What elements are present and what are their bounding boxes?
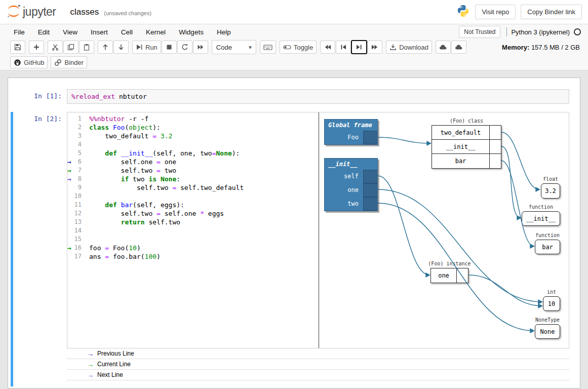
plus-icon: [33, 44, 40, 51]
copy-icon: [67, 44, 74, 51]
restart-kernel-button[interactable]: [177, 41, 192, 54]
type-label-function: function: [529, 204, 553, 210]
pointer-anchor: [363, 131, 377, 144]
code-line[interactable]: self.two = self.two_default: [89, 183, 319, 192]
menu-view[interactable]: View: [56, 26, 84, 38]
heap-value-bar[interactable]: bar: [535, 240, 560, 254]
not-trusted-button[interactable]: Not Trusted: [459, 26, 500, 38]
cell1-code-editor[interactable]: %reload_ext nbtutor: [67, 89, 569, 104]
line-number: 2: [67, 123, 85, 132]
cloud-download-button[interactable]: [451, 41, 466, 54]
pointer-anchor: [363, 197, 377, 211]
toggle-icon: [283, 44, 291, 51]
visit-repo-button[interactable]: Visit repo: [475, 5, 516, 19]
frame-title: __init__: [325, 159, 377, 170]
github-button[interactable]: GitHub: [10, 56, 48, 68]
cell2-code-editor[interactable]: 12345→6→7→89101112131415→1617 %%nbtutor …: [67, 112, 569, 348]
memory-value: 157.5 MB / 2 GB: [531, 44, 580, 51]
menubar-items: FileEditViewInsertCellKernelWidgetsHelp: [7, 26, 238, 38]
code-line[interactable]: [89, 140, 319, 149]
heap-value-3-2[interactable]: 3.2: [541, 183, 560, 199]
legend-arrow-next: →: [87, 371, 94, 379]
nbtutor-prev-step-button[interactable]: [336, 41, 351, 54]
code-line[interactable]: foo = Foo(10): [89, 244, 319, 252]
copy-button[interactable]: [63, 41, 79, 54]
code-line[interactable]: if two is None:: [89, 175, 319, 183]
jupyter-logo-text: jupyter: [23, 5, 56, 19]
line-number: →7: [67, 166, 85, 175]
interrupt-kernel-button[interactable]: [162, 41, 177, 54]
notebook-title[interactable]: classes: [70, 7, 99, 17]
execution-arrow-cur: →: [67, 244, 71, 252]
code-line[interactable]: [89, 226, 319, 235]
cell-type-select[interactable]: Code▾: [212, 40, 256, 54]
restart-run-all-button[interactable]: [193, 41, 208, 54]
download-icon: [389, 44, 397, 51]
menu-file[interactable]: File: [7, 26, 31, 38]
menu-kernel[interactable]: Kernel: [139, 26, 172, 38]
run-button[interactable]: Run: [132, 41, 161, 54]
code-line[interactable]: self.two = two: [89, 166, 319, 175]
code-line[interactable]: return self.two: [89, 218, 319, 226]
heap-object-foo-instance[interactable]: one: [430, 268, 468, 283]
heap-object-foo-class[interactable]: two_default__init__bar: [432, 125, 501, 169]
code-line[interactable]: self.one = one: [89, 158, 319, 166]
code-line[interactable]: [89, 235, 319, 244]
move-cell-down-button[interactable]: [113, 41, 129, 54]
code-line[interactable]: def bar(self, eggs):: [89, 201, 319, 209]
heap-value-init[interactable]: __init__: [522, 211, 560, 226]
frame-global-frame[interactable]: Global frameFoo: [324, 119, 378, 145]
menu-help[interactable]: Help: [210, 26, 238, 38]
nbtutor-toggle-button[interactable]: Toggle: [280, 41, 317, 54]
type-label-function: function: [535, 232, 560, 238]
save-button[interactable]: [10, 41, 25, 54]
nbtutor-next-step-button[interactable]: [351, 41, 367, 54]
paste-button[interactable]: [79, 41, 94, 54]
menu-widgets[interactable]: Widgets: [172, 26, 210, 38]
type-label-foo-class: (Foo) class: [450, 118, 483, 124]
code-line[interactable]: ans = foo.bar(100): [89, 252, 319, 261]
cut-button[interactable]: [48, 41, 63, 54]
frame-var-two: two: [325, 197, 377, 211]
code-cell-1[interactable]: In [1]: %reload_ext nbtutor: [11, 89, 580, 104]
cloud-upload-button[interactable]: [436, 41, 451, 54]
heap-value-10[interactable]: 10: [543, 296, 560, 311]
kernel-separator: [506, 27, 507, 36]
pointer-anchor: [456, 268, 468, 283]
move-cell-up-button[interactable]: [98, 41, 113, 54]
heap-value-none[interactable]: None: [535, 324, 560, 339]
code-cell-2[interactable]: In [2]: 12345→6→7→89101112131415→1617 %%…: [11, 112, 580, 386]
execution-arrow-cur: →: [67, 166, 71, 175]
jupyter-logo-icon: [6, 4, 21, 21]
code-line[interactable]: [89, 192, 319, 201]
cell2-lines[interactable]: %%nbtutor -r -fclass Foo(object): two_de…: [85, 114, 319, 348]
kernel-name: Python 3 (ipykernel): [511, 28, 570, 36]
code-line[interactable]: class Foo(object):: [89, 123, 319, 132]
nbtutor-last-step-button[interactable]: [367, 41, 382, 54]
toolbar: Run Code▾ Toggle Download Memory: 157.5 …: [0, 40, 588, 55]
binder-button[interactable]: Binder: [51, 56, 87, 68]
legend-row-cur: →Current Line: [67, 359, 569, 370]
menu-cell[interactable]: Cell: [114, 26, 139, 38]
code-line[interactable]: def __init__(self, one, two=None):: [89, 149, 319, 158]
line-number: 4: [67, 140, 85, 149]
code-line[interactable]: two_default = 3.2: [89, 132, 319, 140]
pointer-anchor: [489, 140, 501, 153]
code-line[interactable]: self.two = self.one * eggs: [89, 209, 319, 218]
copy-binder-link-button[interactable]: Copy Binder link: [521, 5, 582, 19]
command-palette-button[interactable]: [260, 41, 276, 54]
nbtutor-legend: →Previous Line→Current Line→Next Line: [67, 348, 569, 380]
code-line[interactable]: %%nbtutor -r -f: [89, 114, 319, 123]
download-label: Download: [399, 44, 428, 51]
line-number: →16: [67, 244, 85, 252]
jupyter-logo[interactable]: jupyter: [6, 4, 56, 21]
download-button[interactable]: Download: [386, 41, 432, 54]
menu-edit[interactable]: Edit: [31, 26, 56, 38]
menu-insert[interactable]: Insert: [84, 26, 114, 38]
frame-var-self: self: [325, 170, 377, 183]
run-icon: [136, 44, 143, 51]
frame-init[interactable]: __init__selfonetwo: [324, 158, 378, 211]
nbtutor-first-step-button[interactable]: [320, 41, 335, 54]
code-pane[interactable]: 12345→6→7→89101112131415→1617 %%nbtutor …: [67, 112, 319, 348]
insert-cell-button[interactable]: [29, 41, 44, 54]
